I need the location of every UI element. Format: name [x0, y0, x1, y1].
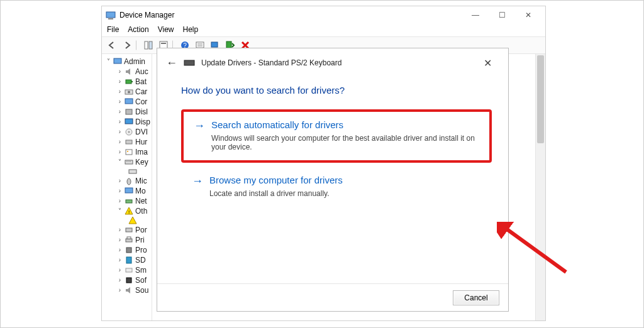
svg-rect-2: [145, 41, 148, 49]
caret-right-icon: ›: [117, 67, 123, 77]
option-title: Browse my computer for drivers: [209, 175, 343, 185]
tree-item-label: Sof: [135, 275, 147, 285]
menu-file[interactable]: File: [107, 25, 119, 34]
svg-rect-14: [131, 81, 133, 82]
tree-item[interactable]: ›Disl: [106, 107, 150, 117]
screenshot-frame: Device Manager — ☐ ✕ File Action View He…: [0, 0, 644, 328]
tree-item[interactable]: ›Ima: [106, 147, 150, 157]
tree-item[interactable]: ›Bat: [106, 77, 150, 87]
caret-down-icon: ˅: [117, 206, 123, 216]
tree-item[interactable]: ›Mic: [106, 176, 150, 186]
app-icon: [106, 10, 116, 20]
svg-rect-37: [126, 278, 131, 283]
forward-icon[interactable]: [121, 39, 133, 52]
tree-item[interactable]: ›SD: [106, 255, 150, 265]
maximize-button[interactable]: ☐: [489, 6, 515, 24]
menu-view[interactable]: View: [158, 25, 174, 34]
dialog-title: Update Drivers - Standard PS/2 Keyboard: [201, 58, 341, 67]
caret-right-icon: ›: [117, 186, 123, 196]
cancel-button[interactable]: Cancel: [453, 290, 499, 305]
dialog-close-button[interactable]: ✕: [475, 53, 499, 72]
tree-item[interactable]: ›Sou: [106, 285, 150, 295]
svg-rect-35: [126, 257, 131, 263]
tree-item[interactable]: ›Disp: [106, 117, 150, 127]
caret-right-icon: ›: [117, 255, 123, 265]
tree-item-label: Pro: [135, 245, 147, 255]
tree-item[interactable]: ›Por: [106, 225, 150, 235]
tree-item[interactable]: ›Net: [106, 196, 150, 206]
svg-point-27: [127, 178, 131, 185]
minimize-button[interactable]: —: [462, 6, 489, 24]
show-hidden-icon[interactable]: [142, 39, 155, 52]
tree-item[interactable]: ›DVI: [106, 127, 150, 137]
svg-point-16: [128, 91, 130, 94]
toolbar-separator: [136, 40, 140, 50]
dvd-icon: [125, 128, 133, 136]
tree-item-label: Auc: [135, 67, 148, 77]
tree-item[interactable]: ›Pro: [106, 245, 150, 255]
tree-root-label: Admin: [124, 57, 145, 67]
tree-item-label: SD: [135, 255, 146, 265]
tree-item[interactable]: [106, 167, 150, 176]
back-icon[interactable]: ←: [166, 57, 177, 70]
tree-item[interactable]: ˅Key: [106, 157, 150, 167]
battery-icon: [125, 77, 133, 86]
caret-right-icon: ›: [117, 225, 123, 235]
tree-item-label: Key: [135, 157, 148, 167]
svg-point-21: [128, 131, 130, 133]
tree-item-label: Por: [135, 225, 147, 235]
svg-rect-12: [114, 58, 121, 63]
speaker-icon: [125, 67, 133, 76]
option-browse-computer[interactable]: → Browse my computer for drivers Locate …: [181, 174, 492, 207]
menu-help[interactable]: Help: [183, 25, 199, 34]
scrollbar-thumb[interactable]: [537, 55, 544, 143]
device-tree[interactable]: ˅ Admin ›Auc ›Bat ›Car ›Cor ›Disl ›Disp …: [102, 54, 152, 320]
tree-item[interactable]: ›Hur: [106, 137, 150, 147]
caret-right-icon: ›: [117, 87, 123, 97]
update-drivers-dialog: ← Update Drivers - Standard PS/2 Keyboar…: [157, 48, 509, 312]
menu-bar: File Action View Help: [102, 24, 545, 37]
tree-item[interactable]: ›Pri: [106, 235, 150, 245]
close-button[interactable]: ✕: [515, 6, 541, 24]
caret-right-icon: ›: [117, 107, 123, 117]
tree-item[interactable]: [106, 216, 150, 225]
dialog-headline: How do you want to search for drivers?: [181, 85, 492, 96]
tree-item[interactable]: ›Car: [106, 87, 150, 97]
dialog-body: How do you want to search for drivers? →…: [157, 77, 508, 283]
vertical-scrollbar[interactable]: [535, 54, 545, 320]
tree-item[interactable]: ›Sof: [106, 275, 150, 285]
svg-rect-28: [125, 188, 133, 193]
tree-item[interactable]: ›Sm: [106, 265, 150, 275]
tree-root[interactable]: ˅ Admin: [106, 57, 150, 67]
tree-item[interactable]: ›Auc: [106, 67, 150, 77]
processor-icon: [125, 246, 133, 254]
tree-item-label: Sou: [135, 285, 148, 295]
caret-right-icon: ›: [117, 245, 123, 255]
caret-right-icon: ›: [117, 176, 123, 186]
caret-right-icon: ›: [117, 77, 123, 87]
smartcard-icon: [125, 266, 133, 275]
tree-item[interactable]: ›Mo: [106, 186, 150, 196]
keyboard-icon: [128, 167, 137, 176]
network-icon: [125, 197, 133, 205]
tree-item-label: Sm: [135, 265, 147, 275]
svg-rect-22: [126, 140, 132, 144]
tree-item[interactable]: ›Cor: [106, 97, 150, 107]
svg-rect-29: [126, 200, 132, 203]
window-titlebar: Device Manager — ☐ ✕: [102, 6, 545, 24]
tree-item-label: Pri: [135, 235, 145, 245]
keyboard-icon: [184, 57, 195, 68]
tree-item[interactable]: ˅!Oth: [106, 206, 150, 216]
svg-rect-25: [125, 160, 133, 164]
menu-action[interactable]: Action: [128, 25, 148, 34]
svg-rect-1: [108, 18, 113, 19]
mouse-icon: [125, 177, 133, 185]
back-icon[interactable]: [106, 39, 118, 52]
arrow-right-icon: →: [192, 175, 203, 187]
tree-item-label: Car: [135, 87, 147, 97]
hid-icon: [125, 138, 133, 146]
caret-right-icon: ›: [117, 97, 123, 107]
svg-rect-23: [126, 150, 132, 155]
option-search-automatically[interactable]: → Search automatically for drivers Windo…: [181, 109, 492, 163]
monitor-icon: [125, 187, 133, 195]
